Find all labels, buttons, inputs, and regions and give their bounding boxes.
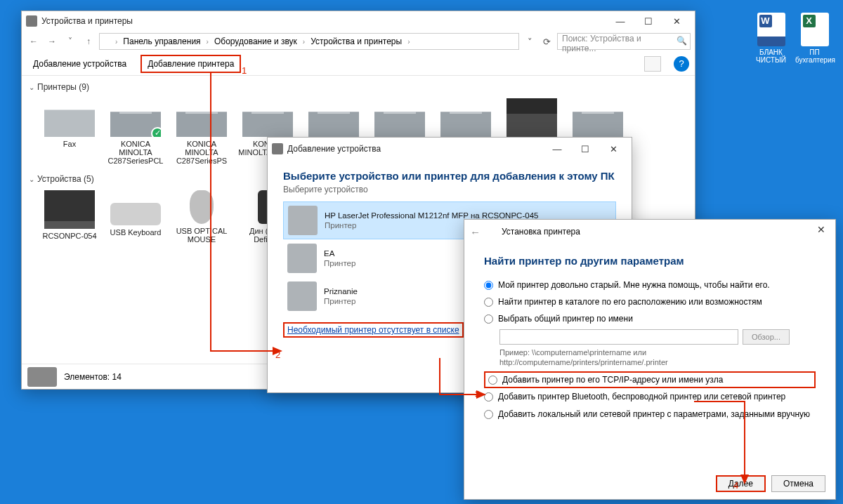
printer-icon <box>507 98 557 137</box>
option-catalog[interactable]: Найти принтер в каталоге по его располож… <box>484 293 816 310</box>
history-dropdown[interactable]: ˅ <box>63 34 78 49</box>
printer-icon <box>287 244 317 273</box>
device-item[interactable]: RCSONPC-054 <box>39 190 100 244</box>
device-item[interactable]: USB OPTICAL MOUSE <box>171 190 233 244</box>
printer-icon <box>308 98 359 137</box>
printer-icon <box>374 98 425 137</box>
minimize-button[interactable]: — <box>543 140 571 158</box>
word-icon <box>757 13 785 46</box>
browse-button[interactable]: Обзор... <box>743 329 790 345</box>
annotation-3: 3 <box>475 389 480 399</box>
keyboard-icon <box>110 203 161 225</box>
install-printer-wizard: ✕ ← Установка принтера Найти принтер по … <box>464 219 836 500</box>
close-button[interactable]: ✕ <box>599 140 627 158</box>
device-item[interactable]: USB Keyboard <box>105 190 166 244</box>
maximize-button[interactable]: ☐ <box>634 12 662 30</box>
annotation-4: 4 <box>733 480 738 491</box>
add-device-button[interactable]: Добавление устройства <box>27 56 132 72</box>
default-badge <box>151 127 164 140</box>
minimize-button[interactable]: — <box>606 12 634 30</box>
titlebar[interactable]: Устройства и принтеры — ☐ ✕ <box>22 11 695 31</box>
printer-item[interactable]: KONICA MINOLTA C287SeriesPCL <box>105 98 166 165</box>
window-icon <box>26 15 37 27</box>
dropdown-icon[interactable]: ˅ <box>522 34 537 49</box>
excel-icon <box>801 13 829 46</box>
up-button[interactable]: ↑ <box>81 34 96 49</box>
wizard-heading: Выберите устройство или принтер для доба… <box>283 170 616 182</box>
printer-icon <box>176 98 227 137</box>
wizard-subtitle: Выберите устройство <box>283 185 616 194</box>
window-title: Устройства и принтеры <box>41 16 133 26</box>
option-shared[interactable]: Выбрать общий принтер по имени <box>484 310 816 327</box>
share-name-input[interactable] <box>499 329 738 345</box>
view-button[interactable] <box>644 56 661 72</box>
dialog-title: Добавление устройства <box>287 144 381 154</box>
option-old-printer[interactable]: Мой принтер довольно старый. Мне нужна п… <box>484 277 816 293</box>
close-button[interactable]: ✕ <box>662 12 691 30</box>
refresh-icon[interactable]: ⟳ <box>539 34 554 49</box>
back-button[interactable]: ← <box>470 226 481 238</box>
search-input[interactable]: Поиск: Устройства и принте... <box>557 33 691 50</box>
annotation-1: 1 <box>242 65 247 76</box>
option-bluetooth[interactable]: Добавить принтер Bluetooth, беспроводной… <box>484 388 816 405</box>
printer-icon <box>110 98 161 137</box>
printer-not-listed-link[interactable]: Необходимый принтер отсутствует в списке <box>283 322 464 338</box>
forward-button[interactable]: → <box>44 34 60 49</box>
next-button[interactable]: Далее <box>716 475 766 492</box>
folder-icon <box>103 37 112 46</box>
printer-icon <box>486 227 496 237</box>
help-icon[interactable]: ? <box>674 56 689 72</box>
dialog-title: Установка принтера <box>502 227 580 237</box>
share-hint: Пример: \\computername\printername или h… <box>499 347 816 368</box>
close-button[interactable]: ✕ <box>811 224 831 239</box>
printer-icon <box>573 98 623 137</box>
back-button[interactable]: ← <box>26 34 41 49</box>
printer-icon <box>288 206 318 235</box>
add-printer-button[interactable]: Добавление принтера <box>140 55 241 73</box>
desktop-shortcut[interactable]: ПП бухгалтерия <box>795 13 834 64</box>
cancel-button[interactable]: Отмена <box>771 475 825 492</box>
printer-icon <box>287 281 317 311</box>
maximize-button[interactable]: ☐ <box>571 140 599 158</box>
wizard-heading: Найти принтер по другим параметрам <box>484 255 816 267</box>
desktop-shortcut[interactable]: БЛАНК ЧИСТЫЙ <box>752 13 790 64</box>
pc-icon <box>44 190 95 229</box>
breadcrumb[interactable]: › Панель управления› Оборудование и звук… <box>99 33 519 50</box>
printer-item[interactable]: KONICA MINOLTA C287SeriesPS <box>171 98 233 165</box>
printer-icon <box>242 98 293 137</box>
option-tcpip[interactable]: Добавить принтер по его TCP/IP-адресу ил… <box>484 371 816 388</box>
option-local[interactable]: Добавить локальный или сетевой принтер с… <box>484 406 816 423</box>
printer-item[interactable]: Fax <box>39 98 100 165</box>
printer-icon <box>440 98 491 137</box>
section-printers[interactable]: ⌄Принтеры (9) <box>29 80 688 94</box>
statusbar-icon <box>27 367 57 387</box>
window-icon <box>272 143 283 154</box>
mouse-icon <box>190 190 214 224</box>
fax-icon <box>44 98 95 137</box>
annotation-2: 2 <box>275 350 280 360</box>
